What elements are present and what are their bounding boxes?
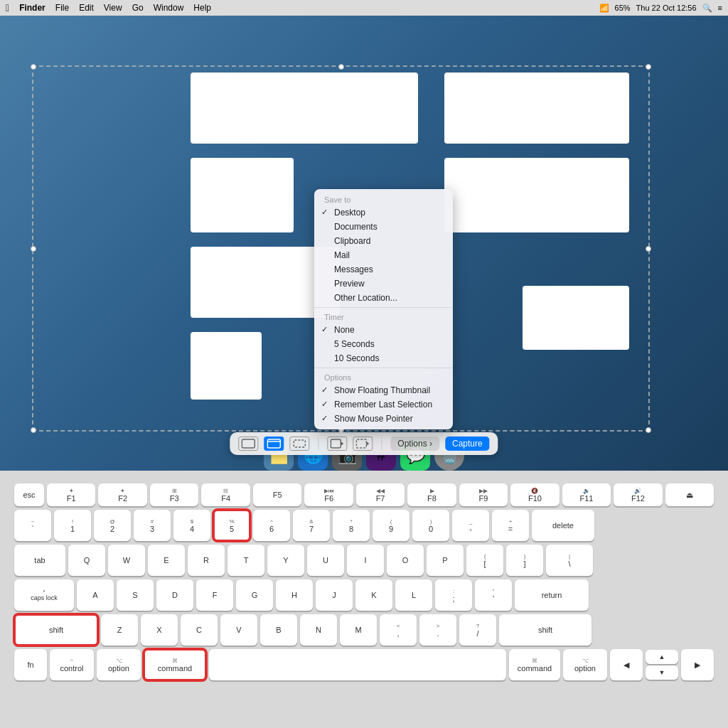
handle-bot-left[interactable] — [31, 427, 36, 433]
handle-top-center[interactable] — [338, 64, 344, 70]
handle-top-left[interactable] — [31, 64, 36, 70]
menubar-window[interactable]: Window — [154, 3, 184, 13]
key-a[interactable]: A — [77, 579, 114, 611]
key-e[interactable]: E — [148, 545, 185, 576]
menubar-view[interactable]: View — [104, 3, 122, 13]
key-f5[interactable]: F5 — [253, 483, 301, 506]
toolbar-record-screen[interactable] — [327, 437, 347, 451]
menu-item-10sec[interactable]: 10 Seconds — [314, 351, 453, 365]
menubar-file[interactable]: File — [55, 3, 69, 13]
key-x[interactable]: X — [141, 614, 178, 646]
key-arrow-down[interactable]: ▼ — [646, 665, 678, 680]
toolbar-record-selection[interactable] — [353, 437, 373, 451]
key-4[interactable]: $4 — [173, 510, 210, 541]
handle-mid-left[interactable] — [31, 246, 36, 252]
key-power[interactable]: ⏏ — [665, 483, 714, 506]
key-period[interactable]: >. — [419, 614, 456, 646]
key-b[interactable]: B — [260, 614, 297, 646]
key-comma[interactable]: <, — [380, 614, 417, 646]
menu-item-desktop[interactable]: ✓Desktop — [314, 205, 453, 220]
key-u[interactable]: U — [307, 545, 344, 576]
key-q[interactable]: Q — [68, 545, 105, 576]
key-shift-right[interactable]: shift — [499, 614, 592, 646]
options-button[interactable]: Options › — [390, 437, 439, 451]
key-g[interactable]: G — [236, 579, 273, 611]
key-esc[interactable]: esc — [14, 483, 44, 506]
key-f12[interactable]: 🔊F12 — [614, 483, 662, 506]
menubar-edit[interactable]: Edit — [79, 3, 94, 13]
key-f6[interactable]: ▶⏮F6 — [304, 483, 353, 506]
search-icon[interactable]: 🔍 — [702, 4, 712, 13]
menu-item-mail[interactable]: Mail — [314, 248, 453, 262]
key-z[interactable]: Z — [101, 614, 138, 646]
handle-top-right[interactable] — [646, 64, 651, 70]
key-d[interactable]: D — [156, 579, 193, 611]
key-delete[interactable]: delete — [532, 510, 594, 541]
toolbar-capture-window[interactable] — [264, 437, 284, 451]
key-backslash[interactable]: |\ — [546, 545, 593, 576]
key-1[interactable]: !1 — [54, 510, 91, 541]
menu-item-remember-selection[interactable]: ✓Remember Last Selection — [314, 397, 453, 412]
menu-item-other-location[interactable]: Other Location... — [314, 291, 453, 305]
key-arrow-left[interactable]: ◀ — [610, 649, 643, 680]
toolbar-capture-selection[interactable] — [289, 437, 309, 451]
key-command-right[interactable]: ⌘command — [509, 649, 560, 680]
key-f2[interactable]: ✦F2 — [98, 483, 146, 506]
key-option-right[interactable]: ⌥option — [563, 649, 607, 680]
key-w[interactable]: W — [108, 545, 145, 576]
key-equals[interactable]: += — [492, 510, 529, 541]
key-fn[interactable]: fn — [14, 649, 47, 680]
key-tab[interactable]: tab — [14, 545, 65, 576]
key-space[interactable] — [209, 649, 506, 680]
key-f10[interactable]: 🔇F10 — [510, 483, 559, 506]
key-quote[interactable]: "' — [475, 579, 512, 611]
key-minus[interactable]: _- — [452, 510, 489, 541]
key-f[interactable]: F — [196, 579, 233, 611]
key-2[interactable]: @2 — [94, 510, 131, 541]
menu-item-clipboard[interactable]: Clipboard — [314, 234, 453, 248]
key-capslock[interactable]: *caps lock — [14, 579, 74, 611]
toolbar-capture-screen[interactable] — [238, 437, 258, 451]
key-f3[interactable]: ⊞F3 — [150, 483, 198, 506]
key-return[interactable]: return — [515, 579, 589, 611]
key-r[interactable]: R — [188, 545, 225, 576]
menu-item-preview[interactable]: Preview — [314, 277, 453, 291]
menu-item-none[interactable]: ✓None — [314, 323, 453, 337]
apple-menu[interactable]:  — [6, 2, 9, 14]
key-m[interactable]: M — [340, 614, 377, 646]
key-arrow-right[interactable]: ▶ — [681, 649, 714, 680]
key-backtick[interactable]: ~` — [14, 510, 51, 541]
key-i[interactable]: I — [347, 545, 384, 576]
key-rbracket[interactable]: }] — [506, 545, 543, 576]
key-t[interactable]: T — [228, 545, 264, 576]
key-7[interactable]: &7 — [293, 510, 330, 541]
menu-item-5sec[interactable]: 5 Seconds — [314, 337, 453, 351]
menubar-help[interactable]: Help — [193, 3, 211, 13]
key-option-left[interactable]: ⌥option — [97, 649, 141, 680]
key-9[interactable]: (9 — [373, 510, 410, 541]
menu-item-messages[interactable]: Messages — [314, 262, 453, 277]
key-slash[interactable]: ?/ — [459, 614, 496, 646]
key-lbracket[interactable]: {[ — [466, 545, 503, 576]
handle-bot-right[interactable] — [646, 427, 651, 433]
key-f8[interactable]: ▶F8 — [407, 483, 456, 506]
key-k[interactable]: K — [355, 579, 392, 611]
key-control[interactable]: ^control — [50, 649, 94, 680]
key-shift-left[interactable]: shift — [14, 614, 98, 646]
key-n[interactable]: N — [300, 614, 337, 646]
key-0[interactable]: )0 — [412, 510, 449, 541]
capture-button[interactable]: Capture — [445, 437, 490, 451]
key-command-left[interactable]: ⌘command — [144, 649, 206, 680]
menu-item-documents[interactable]: Documents — [314, 220, 453, 234]
handle-mid-right[interactable] — [646, 246, 651, 252]
key-o[interactable]: O — [387, 545, 424, 576]
key-arrow-up[interactable]: ▲ — [646, 650, 678, 664]
key-f7[interactable]: ◀◀F7 — [356, 483, 405, 506]
key-p[interactable]: P — [427, 545, 464, 576]
key-f11[interactable]: 🔉F11 — [562, 483, 611, 506]
key-6[interactable]: ^6 — [253, 510, 290, 541]
control-center-icon[interactable]: ≡ — [718, 4, 722, 12]
key-8[interactable]: *8 — [333, 510, 370, 541]
key-l[interactable]: L — [395, 579, 432, 611]
key-j[interactable]: J — [316, 579, 353, 611]
